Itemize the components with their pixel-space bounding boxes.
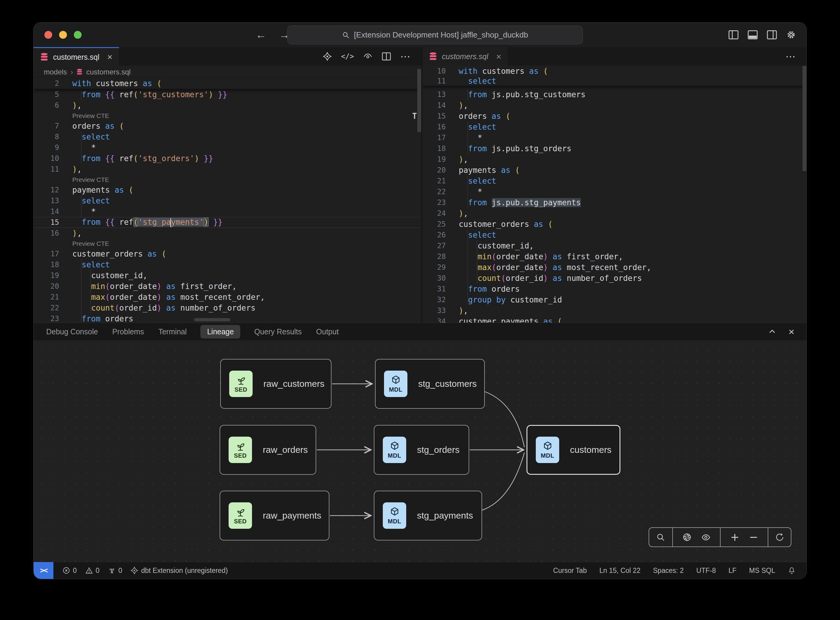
code-line[interactable]: 18 select xyxy=(34,259,421,270)
lineage-canvas[interactable]: SEDraw_customersMDLstg_customersSEDraw_o… xyxy=(34,340,806,562)
dbt-power-user-icon[interactable] xyxy=(323,52,332,61)
breadcrumb-folder[interactable]: models xyxy=(44,68,67,76)
code-line[interactable]: 30 count(order_id) as number_of_orders xyxy=(422,273,806,284)
close-panel-icon[interactable]: × xyxy=(788,327,794,337)
maximize-window-button[interactable] xyxy=(74,31,82,39)
code-line[interactable]: 12payments as ( xyxy=(34,185,421,196)
status-item[interactable]: UTF-8 xyxy=(696,567,716,575)
refresh-icon[interactable] xyxy=(775,533,784,542)
compiled-code-icon[interactable]: </> xyxy=(341,52,354,61)
status-item[interactable]: MS SQL xyxy=(749,567,775,575)
status-item[interactable]: Spaces: 2 xyxy=(653,567,684,575)
status-item[interactable]: 0 xyxy=(85,567,99,575)
code-line[interactable]: 19 customer_id, xyxy=(34,270,421,281)
code-line[interactable]: 2with customers as ( xyxy=(34,78,421,89)
code-line[interactable]: 19), xyxy=(422,154,806,165)
code-line[interactable]: 7orders as ( xyxy=(34,120,421,131)
toggle-secondary-sidebar-icon[interactable] xyxy=(767,30,777,39)
eye-icon[interactable] xyxy=(702,533,711,542)
zoom-in-icon[interactable]: + xyxy=(730,532,739,543)
zoom-out-icon[interactable]: − xyxy=(749,532,758,543)
code-line[interactable]: 9 * xyxy=(34,142,421,153)
status-item[interactable]: 0 xyxy=(62,567,77,575)
code-line[interactable]: 25customer_orders as ( xyxy=(422,219,806,230)
code-line[interactable]: 10 from {{ ref('stg_orders') }} xyxy=(34,153,421,164)
code-line[interactable]: 14 * xyxy=(34,206,421,217)
panel-tab-query-results[interactable]: Query Results xyxy=(254,325,302,339)
code-line[interactable]: 18 from js.pub.stg_orders xyxy=(422,143,806,154)
code-line[interactable]: 23 from js.pub.stg_payments xyxy=(422,197,806,208)
aperture-icon[interactable] xyxy=(682,533,691,542)
code-line[interactable]: 32 group by customer_id xyxy=(422,294,806,305)
status-item[interactable]: dbt Extension (unregistered) xyxy=(131,567,228,575)
code-line[interactable]: 34customer_payments as ( xyxy=(422,316,806,323)
panel-tab-output[interactable]: Output xyxy=(316,325,339,339)
panel-tab-lineage[interactable]: Lineage xyxy=(200,325,240,339)
code-line[interactable]: 26 select xyxy=(422,230,806,240)
remote-indicator[interactable]: >< xyxy=(34,562,53,579)
more-actions-icon[interactable]: ⋯ xyxy=(785,50,796,62)
code-line[interactable]: 33), xyxy=(422,305,806,316)
code-line[interactable]: 29 max(order_date) as most_recent_order, xyxy=(422,262,806,273)
status-item[interactable]: 0 xyxy=(108,567,122,575)
breadcrumb[interactable]: models › customers.sql xyxy=(34,66,421,78)
preview-eye-icon[interactable] xyxy=(363,52,373,61)
compiled-editor[interactable]: 10with customers as (11 select 13 from j… xyxy=(422,66,806,323)
code-line[interactable]: 16 select xyxy=(422,122,806,132)
lineage-node-stg_payments[interactable]: MDLstg_payments xyxy=(374,491,482,540)
code-line[interactable]: 8 select xyxy=(34,131,421,142)
code-line[interactable]: 13 select xyxy=(34,196,421,206)
code-line[interactable]: 17customer_orders as ( xyxy=(34,248,421,259)
code-line[interactable]: 20payments as ( xyxy=(422,165,806,176)
panel-tab-debug-console[interactable]: Debug Console xyxy=(46,325,98,339)
code-line[interactable]: 22 * xyxy=(422,187,806,197)
panel-tab-problems[interactable]: Problems xyxy=(111,325,144,339)
chevron-up-icon[interactable] xyxy=(768,327,776,336)
more-actions-icon[interactable]: ⋯ xyxy=(400,50,411,62)
code-line[interactable]: 17 * xyxy=(422,132,806,143)
toggle-panel-icon[interactable] xyxy=(748,30,758,39)
panel-tab-terminal[interactable]: Terminal xyxy=(158,325,187,339)
source-editor[interactable]: models › customers.sql 2with customers a… xyxy=(34,66,421,323)
breadcrumb-file[interactable]: customers.sql xyxy=(86,68,131,76)
code-line[interactable]: 21 max(order_date) as most_recent_order, xyxy=(34,292,421,302)
status-item[interactable] xyxy=(788,567,796,574)
code-line[interactable]: 28 min(order_date) as first_order, xyxy=(422,251,806,262)
code-line[interactable]: 24), xyxy=(422,208,806,219)
code-line[interactable]: 11 select xyxy=(422,76,806,86)
toggle-primary-sidebar-icon[interactable] xyxy=(729,30,739,39)
code-line[interactable]: 22 count(order_id) as number_of_orders xyxy=(34,302,421,313)
code-line[interactable]: 16), xyxy=(34,228,421,239)
status-item[interactable]: Ln 15, Col 22 xyxy=(600,567,640,575)
command-center-search[interactable]: [Extension Development Host] jaffle_shop… xyxy=(287,26,583,44)
code-line[interactable]: 14), xyxy=(422,100,806,111)
codelens-preview-cte[interactable]: Preview CTE xyxy=(34,239,421,248)
close-icon[interactable]: × xyxy=(107,53,113,62)
tab-customers-sql-left[interactable]: customers.sql × xyxy=(34,47,119,66)
lineage-node-raw_orders[interactable]: SEDraw_orders xyxy=(219,425,316,475)
code-line[interactable]: 20 min(order_date) as first_order, xyxy=(34,281,421,292)
lineage-node-stg_orders[interactable]: MDLstg_orders xyxy=(374,425,469,475)
code-line[interactable]: 11), xyxy=(34,164,421,175)
code-line[interactable]: 5 from {{ ref('stg_customers') }} xyxy=(34,89,421,100)
code-line[interactable]: 10with customers as ( xyxy=(422,66,806,76)
search-icon[interactable] xyxy=(656,533,665,542)
back-icon[interactable]: ← xyxy=(255,29,266,41)
lineage-node-customers[interactable]: MDLcustomers xyxy=(526,425,621,475)
split-editor-icon[interactable] xyxy=(382,52,391,61)
vertical-scrollbar[interactable] xyxy=(417,69,421,132)
minimize-window-button[interactable] xyxy=(59,31,67,39)
code-line[interactable]: 6), xyxy=(34,100,421,111)
code-line[interactable]: 31 from orders xyxy=(422,284,806,294)
code-line[interactable]: 27 customer_id, xyxy=(422,240,806,251)
lineage-node-stg_customers[interactable]: MDLstg_customers xyxy=(375,359,485,409)
status-item[interactable]: Cursor Tab xyxy=(553,567,587,575)
lineage-node-raw_customers[interactable]: SEDraw_customers xyxy=(220,359,332,409)
tab-customers-sql-right[interactable]: customers.sql × xyxy=(422,47,508,66)
close-window-button[interactable] xyxy=(44,31,52,39)
horizontal-scrollbar[interactable] xyxy=(194,318,230,321)
code-line[interactable]: 21 select xyxy=(422,176,806,187)
status-item[interactable]: LF xyxy=(729,567,736,575)
lineage-node-raw_payments[interactable]: SEDraw_payments xyxy=(219,491,329,540)
close-icon[interactable]: × xyxy=(496,52,501,61)
